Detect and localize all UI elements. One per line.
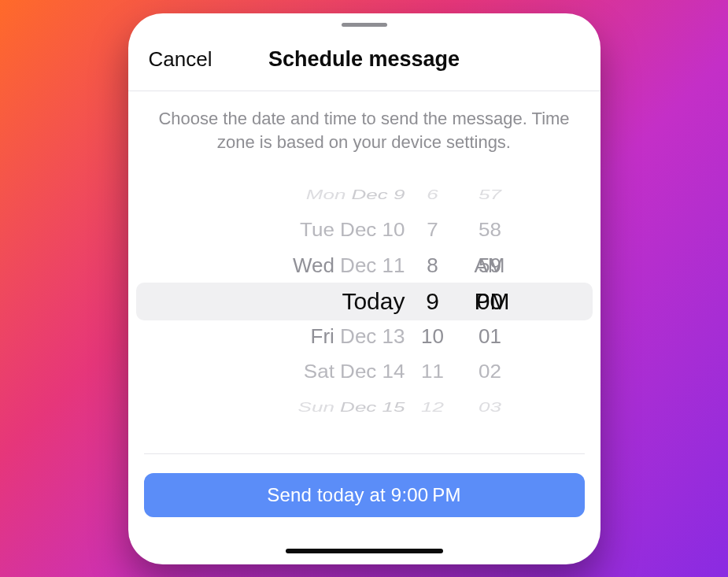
send-scheduled-button[interactable]: Send today at 9:00 PM [144, 473, 585, 517]
ampm-option[interactable]: PM [475, 288, 525, 315]
instruction-text: Choose the date and time to send the mes… [128, 91, 601, 167]
footer-divider [144, 453, 585, 454]
datetime-picker[interactable]: Mon Dec 9 6 57 Tue Dec 10 7 58 Wed Dec 1… [128, 177, 601, 425]
picker-row[interactable]: Sun Dec 15 12 03 [136, 397, 593, 418]
sheet-grabber[interactable] [342, 23, 387, 27]
picker-row[interactable]: Tue Dec 10 7 58 [136, 214, 593, 246]
picker-row[interactable]: Mon Dec 9 6 57 [136, 184, 593, 205]
picker-row-selected[interactable]: Today 9 00 PM [136, 283, 593, 319]
picker-row[interactable]: Sat Dec 14 11 02 [136, 356, 593, 388]
home-indicator[interactable] [286, 549, 443, 553]
sheet-header: Cancel Schedule message [128, 29, 601, 91]
cancel-button[interactable]: Cancel [149, 47, 212, 72]
picker-row[interactable]: Wed Dec 11 8 59 AM [136, 248, 593, 283]
ampm-option[interactable]: AM [475, 253, 525, 278]
picker-row[interactable]: Fri Dec 13 10 01 [136, 319, 593, 354]
schedule-sheet: Cancel Schedule message Choose the date … [128, 13, 601, 564]
sheet-footer: Send today at 9:00 PM [128, 453, 601, 546]
sheet-title: Schedule message [268, 47, 460, 72]
